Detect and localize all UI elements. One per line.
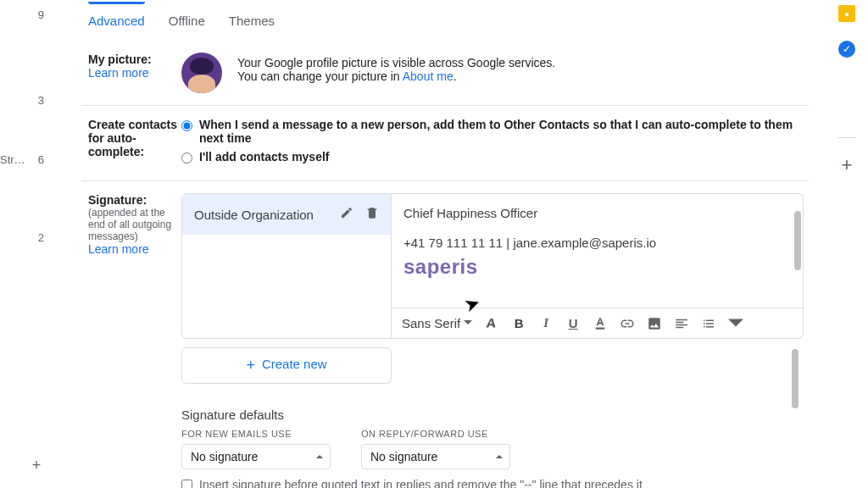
tasks-icon[interactable]: ✓ — [838, 41, 855, 58]
signature-defaults-row: FOR NEW EMAILS USE No signature ON REPLY… — [181, 429, 804, 469]
sig-logo: saperis — [403, 255, 791, 279]
create-new-signature-button[interactable]: +Create new — [181, 347, 392, 384]
add-label-button[interactable]: + — [24, 452, 49, 478]
signature-name: Outside Organization — [194, 208, 314, 222]
add-panel-icon[interactable]: + — [838, 157, 855, 174]
for-new-select[interactable]: No signature — [181, 444, 331, 469]
insert-before-quote-row: Insert signature before quoted text in r… — [181, 478, 804, 488]
link-button[interactable] — [620, 315, 635, 331]
more-button[interactable] — [728, 315, 743, 331]
bold-button[interactable]: B — [511, 316, 526, 330]
section-my-picture: My picture: Learn more Your Google profi… — [81, 41, 809, 106]
learn-more-link[interactable]: Learn more — [88, 242, 181, 256]
gutter-count: 2 — [38, 231, 44, 244]
signature-editor: Chief Happiness Officer +41 79 111 11 11… — [392, 193, 804, 339]
delete-icon[interactable] — [365, 206, 379, 223]
left-sidebar: 9 3 Str… 6 2 + — [0, 0, 59, 488]
auto-add-radio[interactable] — [181, 120, 192, 131]
italic-button[interactable]: I — [538, 316, 554, 330]
about-me-link[interactable]: About me — [403, 69, 453, 83]
sig-line-2: +41 79 111 11 11 | jane.example@saperis.… — [403, 236, 791, 250]
editor-scrollbar[interactable] — [794, 211, 801, 270]
page-scrollbar[interactable] — [792, 349, 798, 408]
list-button[interactable] — [701, 315, 716, 331]
font-size-button[interactable] — [484, 315, 499, 331]
gutter-count: 3 — [38, 94, 44, 107]
underline-button[interactable]: U — [565, 316, 581, 330]
learn-more-link[interactable]: Learn more — [88, 66, 181, 80]
font-picker[interactable]: Sans Serif — [402, 316, 472, 330]
section-body: Your Google profile picture is visible a… — [181, 53, 804, 93]
on-reply-label: ON REPLY/FORWARD USE — [361, 429, 510, 439]
edit-icon[interactable] — [340, 206, 353, 223]
right-side-panel: ● ✓ + — [826, 0, 868, 488]
picture-desc-1: Your Google profile picture is visible a… — [237, 56, 555, 69]
picture-desc-2: You can change your picture in About me. — [237, 69, 555, 83]
insert-before-quote-label: Insert signature before quoted text in r… — [199, 478, 643, 488]
section-label: Signature: (appended at the end of all o… — [88, 193, 181, 488]
keep-icon[interactable]: ● — [838, 5, 855, 22]
section-auto-contacts: Create contacts for auto- complete: When… — [81, 106, 809, 181]
image-button[interactable] — [647, 315, 662, 331]
section-label: My picture: Learn more — [88, 53, 181, 93]
signature-toolbar: Sans Serif B I U — [392, 308, 803, 338]
gutter-count: 6 — [38, 153, 44, 166]
gutter-label: Str… — [0, 153, 25, 166]
plus-icon: + — [246, 357, 255, 374]
align-button[interactable] — [674, 315, 689, 331]
signature-content[interactable]: Chief Happiness Officer +41 79 111 11 11… — [392, 194, 803, 308]
auto-add-label: When I send a message to a new person, a… — [199, 118, 804, 145]
tab-themes[interactable]: Themes — [229, 14, 275, 28]
sig-line-1: Chief Happiness Officer — [403, 206, 791, 220]
signature-editor-container: Outside Organization Chief H — [181, 193, 804, 339]
section-label: Create contacts for auto- complete: — [88, 118, 181, 169]
signature-item[interactable]: Outside Organization — [182, 194, 391, 235]
section-signature: Signature: (appended at the end of all o… — [81, 181, 809, 488]
my-picture-title: My picture: — [88, 53, 181, 66]
section-body: When I send a message to a new person, a… — [181, 118, 804, 169]
manual-add-radio[interactable] — [181, 152, 192, 164]
insert-before-quote-checkbox[interactable] — [181, 480, 192, 489]
gutter-count: 9 — [38, 8, 44, 21]
profile-avatar[interactable] — [181, 53, 222, 93]
text-color-button[interactable] — [593, 315, 608, 331]
signature-defaults-title: Signature defaults — [181, 408, 804, 422]
signature-list: Outside Organization — [181, 193, 392, 339]
settings-tabs: Advanced Offline Themes — [81, 0, 809, 41]
panel-divider — [837, 137, 856, 138]
signature-title: Signature: — [88, 193, 181, 207]
section-body: Outside Organization Chief H — [181, 193, 804, 488]
manual-add-label: I'll add contacts myself — [199, 150, 330, 164]
for-new-label: FOR NEW EMAILS USE — [181, 429, 331, 439]
settings-main: Advanced Offline Themes My picture: Lear… — [81, 0, 809, 488]
tab-offline[interactable]: Offline — [169, 14, 205, 28]
on-reply-select[interactable]: No signature — [361, 444, 510, 469]
tab-advanced[interactable]: Advanced — [88, 14, 145, 28]
